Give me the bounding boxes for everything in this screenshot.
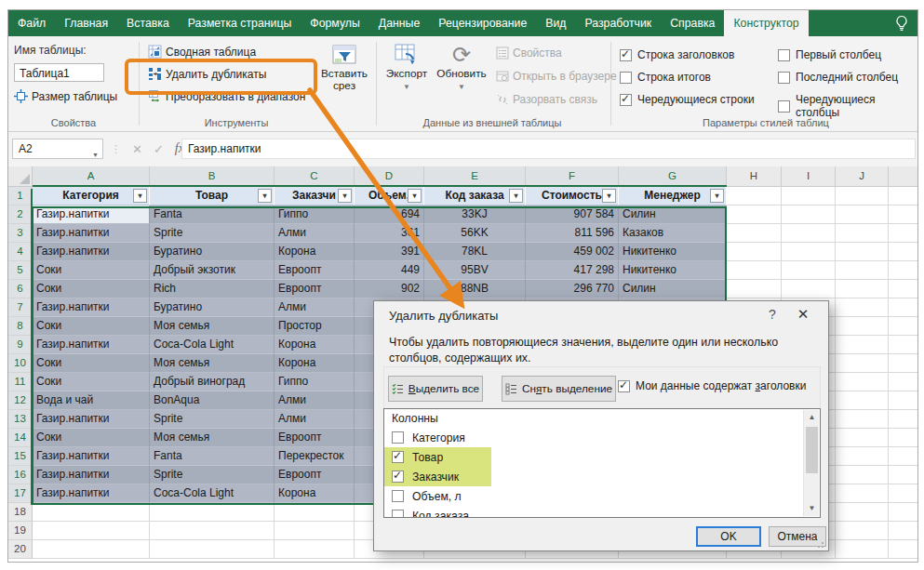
dialog-column-item-2[interactable]: Заказчик <box>384 467 820 486</box>
row-number-14[interactable]: 14 <box>8 429 33 447</box>
data-cell[interactable]: 694 <box>355 205 424 224</box>
checkbox-icon[interactable] <box>392 490 404 502</box>
ribbon-tab-4[interactable]: Формулы <box>301 10 369 36</box>
empty-cell[interactable] <box>836 224 889 243</box>
data-cell[interactable]: Никитенко <box>619 243 727 261</box>
empty-cell[interactable] <box>275 522 355 540</box>
data-cell[interactable]: Евроопт <box>275 466 355 484</box>
my-data-has-headers-checkbox[interactable]: Мои данные содержат заголовки <box>618 379 806 392</box>
data-cell[interactable]: 361 <box>355 224 424 243</box>
data-cell[interactable]: Соки <box>33 317 150 336</box>
empty-cell[interactable] <box>33 540 150 559</box>
row-number-4[interactable]: 4 <box>8 243 33 261</box>
empty-cell[interactable] <box>889 391 917 410</box>
data-cell[interactable]: 417 298 <box>526 261 619 280</box>
table-header-cell[interactable]: Заказчи <box>275 187 355 205</box>
data-cell[interactable]: 95BV <box>424 261 526 280</box>
row-number-9[interactable]: 9 <box>8 336 33 354</box>
dialog-resize-grip[interactable] <box>817 539 825 548</box>
empty-cell[interactable] <box>836 205 889 224</box>
insert-slicer-button[interactable]: Вставить срез <box>317 44 371 92</box>
row-number-7[interactable]: 7 <box>8 298 33 317</box>
data-cell[interactable]: Моя семья <box>150 354 275 373</box>
data-cell[interactable]: Fanta <box>150 447 275 466</box>
ribbon-tab-2[interactable]: Вставка <box>117 10 179 36</box>
select-all-button[interactable]: Выделить все <box>388 376 483 402</box>
listbox-scrollbar[interactable]: ▲ ▼ <box>803 410 819 516</box>
ribbon-tab-0[interactable]: Файл <box>8 10 55 36</box>
data-cell[interactable]: Sprite <box>150 466 275 484</box>
dialog-close-icon[interactable]: ✕ <box>791 304 815 325</box>
empty-cell[interactable] <box>782 280 836 298</box>
formula-input[interactable]: Газир.напитки <box>181 139 916 159</box>
column-header-C[interactable]: C <box>275 166 355 187</box>
filter-dropdown-icon[interactable] <box>258 189 272 203</box>
empty-cell[interactable] <box>889 540 917 559</box>
cancel-entry-icon[interactable]: ✕ <box>132 142 142 156</box>
dialog-column-item-4[interactable]: Код заказа <box>384 506 820 518</box>
data-cell[interactable]: Буратино <box>150 243 275 261</box>
column-header-A[interactable]: A <box>33 166 150 187</box>
table-name-input[interactable]: Таблица1 <box>14 63 104 82</box>
data-cell[interactable]: Газир.напитки <box>33 224 150 243</box>
empty-cell[interactable] <box>889 522 917 540</box>
row-number-11[interactable]: 11 <box>8 373 33 391</box>
style-option-1[interactable]: Строка итогов <box>620 71 711 84</box>
ribbon-tab-3[interactable]: Разметка страницы <box>179 10 301 36</box>
empty-cell[interactable] <box>33 522 150 540</box>
select-all-corner[interactable] <box>8 166 33 187</box>
empty-cell[interactable] <box>889 447 917 466</box>
empty-cell[interactable] <box>782 187 836 205</box>
name-box-divider[interactable]: ⋮ <box>111 143 121 155</box>
refresh-button[interactable]: ⟳ Обновить ▼ <box>435 42 489 93</box>
empty-cell[interactable] <box>727 224 782 243</box>
data-cell[interactable]: Соки <box>33 373 150 391</box>
empty-cell[interactable] <box>889 280 917 298</box>
empty-cell[interactable] <box>889 187 917 205</box>
filter-dropdown-icon[interactable] <box>710 189 724 203</box>
data-cell[interactable]: Алми <box>275 410 355 429</box>
table-header-cell[interactable]: Стоимость <box>526 187 619 205</box>
empty-cell[interactable] <box>836 503 889 522</box>
empty-cell[interactable] <box>782 243 836 261</box>
data-cell[interactable]: Газир.напитки <box>33 243 150 261</box>
data-cell[interactable]: Простор <box>275 317 355 336</box>
empty-cell[interactable] <box>889 224 917 243</box>
data-cell[interactable]: Соки <box>33 354 150 373</box>
data-cell[interactable]: Евроопт <box>275 261 355 280</box>
data-cell[interactable]: Газир.напитки <box>33 205 150 224</box>
data-cell[interactable]: Газир.напитки <box>33 466 150 484</box>
data-cell[interactable]: Добрый виноград <box>150 373 275 391</box>
data-cell[interactable]: Газир.напитки <box>33 447 150 466</box>
data-cell[interactable]: 88NB <box>424 280 526 298</box>
row-number-18[interactable]: 18 <box>8 503 33 522</box>
empty-cell[interactable] <box>727 243 782 261</box>
empty-cell[interactable] <box>836 317 889 336</box>
dialog-column-item-1[interactable]: Товар <box>384 447 820 467</box>
pivot-table-button[interactable]: Сводная таблица <box>148 45 256 59</box>
empty-cell[interactable] <box>889 317 917 336</box>
empty-cell[interactable] <box>836 447 889 466</box>
dialog-column-item-3[interactable]: Объем, л <box>384 486 820 506</box>
data-cell[interactable]: Силин <box>619 205 727 224</box>
empty-cell[interactable] <box>889 261 917 280</box>
row-number-1[interactable]: 1 <box>8 187 33 205</box>
data-cell[interactable]: Вода и чай <box>33 391 150 410</box>
data-cell[interactable]: Евроопт <box>275 280 355 298</box>
data-cell[interactable]: Алми <box>275 391 355 410</box>
ribbon-tab-5[interactable]: Данные <box>369 10 429 36</box>
convert-to-range-button[interactable]: Преобразовать в диапазон <box>148 89 305 103</box>
data-cell[interactable]: BonAqua <box>150 391 275 410</box>
data-cell[interactable]: Корона <box>275 354 355 373</box>
empty-cell[interactable] <box>836 466 889 484</box>
scrollbar-thumb[interactable] <box>806 427 818 473</box>
data-cell[interactable]: 391 <box>355 243 424 261</box>
row-number-2[interactable]: 2 <box>8 205 33 224</box>
data-cell[interactable]: Соки <box>33 280 150 298</box>
resize-table-button[interactable]: Размер таблицы <box>14 89 117 103</box>
data-cell[interactable]: Корона <box>275 243 355 261</box>
data-cell[interactable]: Coca-Cola Light <box>150 484 275 503</box>
style-option-3[interactable]: Первый столбец <box>778 48 881 61</box>
row-number-12[interactable]: 12 <box>8 391 33 410</box>
data-cell[interactable]: 56KK <box>424 224 526 243</box>
